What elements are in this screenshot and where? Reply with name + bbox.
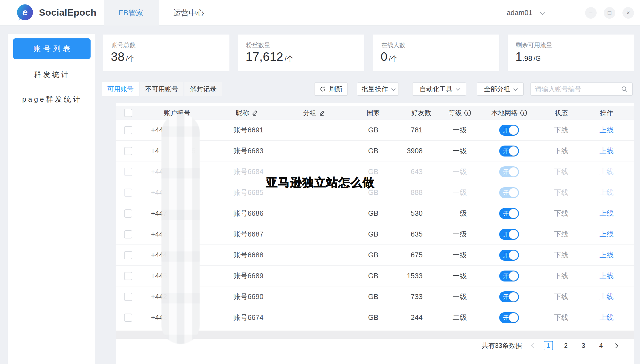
- chevron-down-icon: [456, 86, 460, 91]
- col-country: 国家: [349, 109, 398, 117]
- row-checkbox[interactable]: [124, 293, 132, 301]
- row-checkbox[interactable]: [124, 230, 132, 238]
- page-2-button[interactable]: 2: [561, 341, 571, 350]
- nickname-cell: 账号6690: [214, 292, 280, 302]
- go-online-link[interactable]: 上线: [599, 146, 614, 156]
- toggle-knob: [509, 209, 518, 218]
- row-checkbox[interactable]: [124, 251, 132, 259]
- friends-count-cell: 888: [398, 188, 445, 197]
- local-network-toggle[interactable]: 开: [499, 146, 519, 157]
- user-menu[interactable]: adam01: [507, 0, 544, 25]
- stat-value: 1.98/G: [515, 50, 541, 64]
- level-cell: 一级: [445, 188, 475, 197]
- sidebar-item-page-mass-send-stats[interactable]: page群发统计: [8, 95, 95, 104]
- go-online-link[interactable]: 上线: [599, 313, 614, 322]
- go-online-link[interactable]: 上线: [599, 167, 614, 177]
- tab-fb-manager[interactable]: FB管家: [104, 0, 159, 25]
- status-cell: 下线: [543, 209, 579, 218]
- toggle-knob: [509, 146, 518, 156]
- toggle-knob: [509, 230, 518, 239]
- row-checkbox[interactable]: [124, 209, 132, 218]
- friends-count-cell: 781: [398, 126, 445, 134]
- status-cell: 下线: [543, 229, 579, 239]
- status-cell: 下线: [543, 292, 579, 302]
- page-4-button[interactable]: 4: [596, 341, 606, 350]
- stat-label: 在线人数: [381, 41, 405, 49]
- page-3-button[interactable]: 3: [579, 341, 588, 350]
- automation-tools-dropdown[interactable]: 自动化工具: [412, 83, 466, 96]
- chevron-down-icon: [540, 9, 545, 15]
- go-online-link[interactable]: 上线: [599, 250, 614, 260]
- local-network-toggle[interactable]: 开: [499, 229, 519, 240]
- stat-card-fans: 粉丝数量 17,612/个: [238, 35, 364, 71]
- sidebar-item-account-list[interactable]: 账号列表: [13, 38, 91, 59]
- country-cell: GB: [349, 292, 398, 301]
- level-cell: 一级: [445, 146, 475, 156]
- local-network-toggle[interactable]: 开: [499, 312, 519, 323]
- toggle-knob: [509, 313, 518, 322]
- local-network-toggle[interactable]: 开: [499, 187, 519, 198]
- minimize-button[interactable]: −: [585, 7, 597, 19]
- col-nickname: 昵称: [214, 109, 280, 117]
- tab-unban-records[interactable]: 解封记录: [184, 82, 222, 96]
- nickname-cell: 账号6687: [214, 229, 280, 239]
- brand-logo-icon: e: [17, 4, 33, 20]
- row-checkbox[interactable]: [124, 168, 132, 176]
- row-checkbox[interactable]: [124, 314, 132, 322]
- logo-letter: e: [23, 7, 28, 17]
- friends-count-cell: 244: [398, 313, 445, 322]
- col-local-network: 本地网络i: [475, 109, 543, 117]
- go-online-link[interactable]: 上线: [599, 209, 614, 218]
- local-network-toggle[interactable]: 开: [499, 291, 519, 302]
- friends-count-cell: 733: [398, 292, 445, 301]
- search-icon[interactable]: [621, 86, 628, 93]
- toggle-knob: [509, 167, 518, 177]
- local-network-toggle[interactable]: 开: [499, 166, 519, 177]
- edit-icon[interactable]: [252, 110, 258, 116]
- level-cell: 一级: [445, 167, 475, 177]
- local-network-toggle[interactable]: 开: [499, 250, 519, 261]
- go-online-link[interactable]: 上线: [599, 271, 614, 281]
- tab-operation-center[interactable]: 运营中心: [159, 0, 219, 25]
- go-online-link[interactable]: 上线: [599, 125, 614, 135]
- local-network-toggle[interactable]: 开: [499, 208, 519, 219]
- next-page-button[interactable]: [613, 343, 618, 348]
- row-checkbox[interactable]: [124, 189, 132, 197]
- automation-tools-label: 自动化工具: [420, 85, 453, 93]
- page-1-button[interactable]: 1: [544, 341, 553, 350]
- stat-card-remaining-traffic: 剩余可用流量 1.98/G: [508, 35, 634, 71]
- search-input[interactable]: [535, 85, 621, 93]
- row-checkbox[interactable]: [124, 147, 132, 155]
- row-checkbox[interactable]: [124, 272, 132, 280]
- info-icon[interactable]: i: [520, 110, 527, 116]
- tab-available-accounts[interactable]: 可用账号: [102, 82, 139, 96]
- edit-icon[interactable]: [319, 110, 325, 116]
- level-cell: 二级: [445, 313, 475, 322]
- row-checkbox[interactable]: [124, 126, 132, 134]
- local-network-toggle[interactable]: 开: [499, 271, 519, 281]
- top-nav: FB管家 运营中心: [104, 0, 219, 25]
- redaction-blur-band: [161, 114, 200, 344]
- maximize-button[interactable]: □: [604, 7, 615, 19]
- prev-page-button[interactable]: [531, 343, 536, 348]
- col-friends: 好友数: [398, 109, 445, 117]
- stat-value: 0/个: [381, 50, 398, 64]
- nickname-cell: 账号6689: [214, 271, 280, 281]
- nickname-cell: 账号6683: [214, 146, 280, 156]
- info-icon[interactable]: i: [464, 110, 471, 116]
- tab-unavailable-accounts[interactable]: 不可用账号: [140, 82, 183, 96]
- all-groups-dropdown[interactable]: 全部分组: [477, 83, 524, 96]
- stat-label: 账号总数: [111, 41, 136, 49]
- go-online-link[interactable]: 上线: [599, 229, 614, 239]
- go-online-link[interactable]: 上线: [599, 188, 614, 197]
- batch-actions-dropdown[interactable]: 批量操作: [357, 83, 399, 96]
- go-online-link[interactable]: 上线: [599, 292, 614, 302]
- level-cell: 一级: [445, 271, 475, 281]
- sidebar-item-mass-send-stats[interactable]: 群发统计: [8, 70, 95, 79]
- chevron-down-icon: [513, 86, 518, 91]
- close-button[interactable]: ×: [622, 7, 634, 19]
- select-all-checkbox[interactable]: [124, 109, 132, 117]
- refresh-button[interactable]: 刷新: [314, 83, 348, 96]
- local-network-toggle[interactable]: 开: [499, 125, 519, 136]
- col-level: 等级i: [445, 109, 475, 117]
